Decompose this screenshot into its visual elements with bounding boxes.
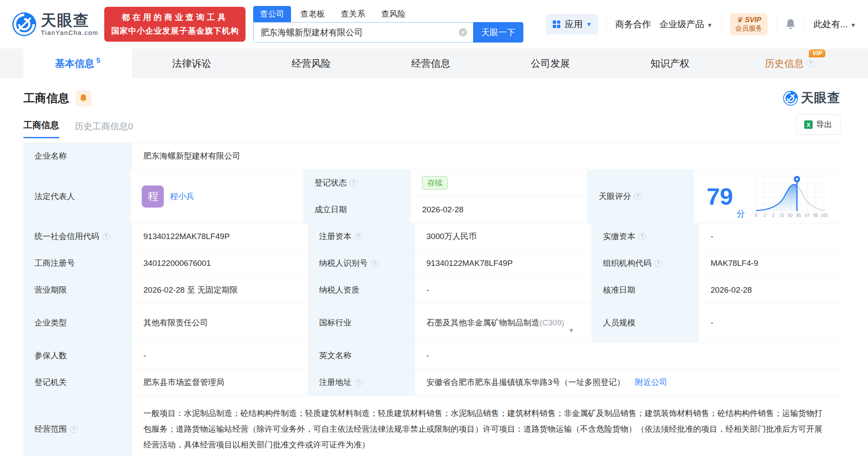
top-header: 天眼查 TianYanCha.com 都在用的商业查询工具 国家中小企业发展子基… — [0, 0, 868, 48]
tianyancha-watermark: 天眼查 — [783, 89, 840, 107]
table-row: 企业类型 其他有限责任公司 国标行业 石墨及其他非金属矿物制品制造(C309) … — [23, 304, 840, 342]
field-label: 登记机关 — [23, 369, 132, 396]
svg-text:1: 1 — [763, 213, 766, 218]
help-icon[interactable]: ? — [70, 425, 77, 433]
business-scope-value: 一般项目：水泥制品制造；砼结构构件制造；轻质建筑材料制造；轻质建筑材料销售；水泥… — [143, 396, 829, 456]
taxpayer-qualification-value: - — [415, 277, 591, 303]
help-icon[interactable]: ? — [371, 259, 378, 267]
help-icon[interactable]: ? — [102, 233, 110, 240]
help-icon[interactable]: ? — [654, 259, 662, 267]
tab-history-info[interactable]: VIP 历史信息 ? — [730, 48, 849, 78]
svg-text:85: 85 — [796, 213, 801, 218]
field-label: 纳税人资质 — [308, 277, 415, 303]
reg-authority-value: 肥东县市场监督管理局 — [132, 369, 308, 396]
field-label: 人员规模 — [591, 304, 699, 342]
svg-text:3: 3 — [772, 213, 774, 218]
staff-size-value: - — [699, 304, 840, 342]
industry-value: 石墨及其他非金属矿物制品制造(C309) ▼ — [426, 316, 568, 329]
search-tab-company[interactable]: 查公司 — [253, 6, 291, 22]
score-axis-labels: 0 1 3 15 50 85 97 99 100 — [755, 213, 828, 218]
tianyan-score-value: 79 — [707, 185, 733, 208]
main-content: 工商信息 天眼查 工商信息 历史工商信息0 X 导出 企 — [0, 89, 868, 456]
brand-name: 天眼查 — [41, 12, 98, 28]
table-row: 企业名称 肥东海螺新型建材有限公司 — [23, 143, 840, 170]
company-nav-tabs: 基本信息5 法律诉讼 经营风险 经营信息 公司发展 知识产权 VIP 历史信息 … — [0, 48, 868, 78]
tab-operation-risk[interactable]: 经营风险 — [251, 48, 371, 78]
help-icon[interactable]: ? — [350, 179, 357, 187]
table-row: 工商注册号 340122000676001 纳税人识别号? 91340122MA… — [23, 250, 840, 277]
export-button[interactable]: X 导出 — [796, 114, 840, 135]
tab-operation-info[interactable]: 经营信息 — [371, 48, 491, 78]
search-button[interactable]: 天眼一下 — [473, 22, 523, 43]
tianyancha-logo[interactable]: 天眼查 TianYanCha.com — [12, 12, 98, 37]
avatar: 程 — [142, 185, 164, 208]
watermark-text: 天眼查 — [801, 89, 840, 107]
status-badge: 存续 — [422, 176, 448, 190]
search-tab-risk[interactable]: 查风险 — [374, 6, 412, 22]
brand-domain: TianYanCha.com — [41, 29, 98, 36]
help-icon[interactable]: ? — [354, 379, 362, 386]
legal-rep-link[interactable]: 程小兵 — [170, 191, 194, 202]
english-name-value: - — [415, 342, 840, 369]
table-row: 经营范围? 一般项目：水泥制品制造；砼结构构件制造；轻质建筑材料制造；轻质建筑材… — [23, 396, 840, 456]
reg-address-value: 安徽省合肥市肥东县撮镇镇东华路3号（一址多照登记） — [426, 377, 625, 388]
field-label: 天眼评分? — [587, 170, 694, 223]
tab-count: 5 — [97, 57, 100, 65]
divider — [776, 19, 777, 29]
field-label: 法定代表人 — [23, 170, 130, 223]
svg-text:100: 100 — [821, 213, 828, 218]
subtab-business-info[interactable]: 工商信息 — [23, 119, 59, 138]
field-label: 核准日期 — [591, 277, 699, 303]
account-menu[interactable]: 此处有... ▼ — [814, 18, 856, 30]
table-row: 法定代表人 程 程小兵 登记状态? 存续 成立日期 2026-02-28 — [23, 170, 840, 223]
field-label: 登记状态? — [303, 170, 411, 196]
apps-menu[interactable]: 应用 ▼ — [546, 14, 598, 34]
apps-label: 应用 — [565, 18, 582, 30]
tab-legal-litigation[interactable]: 法律诉讼 — [132, 48, 251, 78]
business-term-value: 2026-02-28 至 无固定期限 — [132, 277, 308, 303]
score-unit: 分 — [737, 208, 745, 219]
chevron-down-icon[interactable]: ▼ — [568, 324, 574, 337]
subtab-history-business-info[interactable]: 历史工商信息0 — [74, 120, 133, 138]
reg-number-value: 340122000676001 — [132, 250, 308, 276]
field-label: 英文名称 — [308, 342, 415, 369]
divider — [606, 19, 607, 29]
crown-icon: ♛ — [736, 16, 742, 24]
search-input[interactable] — [254, 28, 473, 37]
enterprise-products-menu[interactable]: 企业级产品 ▼ — [660, 18, 713, 30]
approval-date-value: 2026-02-28 — [699, 277, 840, 303]
tab-intellectual-property[interactable]: 知识产权 — [610, 48, 730, 78]
chevron-down-icon: ▼ — [707, 22, 713, 28]
search-tab-relation[interactable]: 查关系 — [334, 6, 372, 22]
field-label: 营业期限 — [23, 277, 132, 303]
promo-banner: 都在用的商业查询工具 国家中小企业发展子基金旗下机构 — [104, 7, 246, 42]
help-icon[interactable]: ? — [638, 233, 646, 240]
help-icon[interactable]: ? — [354, 233, 362, 240]
svip-member-service[interactable]: ♛ SVIP 会员服务 — [730, 13, 768, 35]
credit-code-value: 91340122MAK78LF49P — [132, 223, 308, 250]
help-icon[interactable]: ? — [634, 193, 642, 200]
tab-basic-info[interactable]: 基本信息5 — [23, 48, 132, 78]
field-label: 国标行业 — [308, 304, 415, 342]
field-label: 注册资本? — [308, 223, 415, 250]
company-type-value: 其他有限责任公司 — [132, 304, 308, 342]
nearby-companies-link[interactable]: 附近公司 — [635, 377, 668, 388]
business-cooperation-link[interactable]: 商务合作 — [615, 18, 651, 30]
field-label: 组织机构代码? — [591, 250, 699, 276]
est-date-value: 2026-02-28 — [411, 197, 587, 223]
help-icon[interactable]: ? — [807, 60, 814, 67]
svg-text:50: 50 — [788, 213, 793, 218]
promo-line-2: 国家中小企业发展子基金旗下机构 — [111, 26, 239, 37]
table-row: 登记机关 肥东县市场监督管理局 注册地址? 安徽省合肥市肥东县撮镇镇东华路3号（… — [23, 369, 840, 396]
chevron-down-icon: ▼ — [850, 22, 856, 28]
table-row: 参保人数 - 英文名称 - — [23, 342, 840, 369]
notification-bell-icon[interactable] — [785, 18, 796, 30]
svg-text:99: 99 — [813, 213, 818, 218]
search-tab-boss[interactable]: 查老板 — [294, 6, 331, 22]
tab-company-development[interactable]: 公司发展 — [491, 48, 610, 78]
business-info-table: 企业名称 肥东海螺新型建材有限公司 法定代表人 程 程小兵 登记状态? 存续 — [23, 142, 840, 456]
subscribe-bell-icon[interactable] — [75, 90, 91, 106]
svg-text:97: 97 — [805, 213, 810, 218]
field-label: 纳税人识别号? — [308, 250, 415, 276]
tianyancha-swirl-icon — [783, 91, 798, 106]
